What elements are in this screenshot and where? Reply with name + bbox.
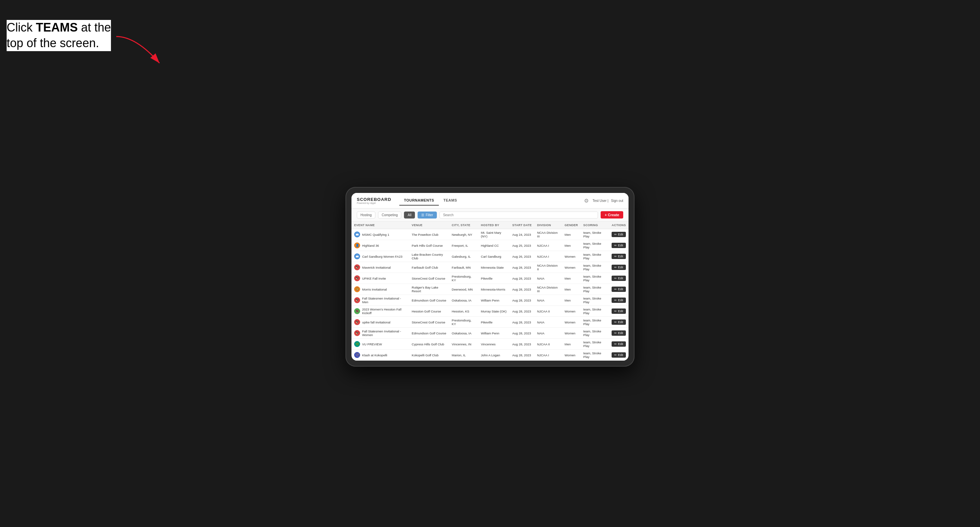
pencil-icon-3: ✏ bbox=[614, 266, 617, 269]
cell-city-state-11: Marion, IL bbox=[449, 350, 478, 360]
cell-actions-6: ✏ Edit bbox=[609, 295, 628, 306]
cell-actions-8: ✏ Edit bbox=[609, 317, 628, 328]
edit-button-1[interactable]: ✏ Edit bbox=[612, 243, 626, 248]
cell-start-date-9: Aug 28, 2023 bbox=[510, 328, 535, 339]
cell-venue-6: Edmundson Golf Course bbox=[409, 295, 449, 306]
filter-label: Filter bbox=[426, 213, 433, 217]
table-row: 🦅 Fall Statesmen Invitational - Men Edmu… bbox=[352, 295, 628, 306]
cell-venue-7: Hesston Golf Course bbox=[409, 306, 449, 317]
cell-division-1: NJCAA I bbox=[535, 240, 562, 251]
cell-gender-9: Women bbox=[562, 328, 581, 339]
cell-event-name-3: 🦅 Maverick Invitational bbox=[352, 262, 409, 273]
cell-event-name-1: 👤 Highland 36 bbox=[352, 240, 409, 251]
team-icon-4: 🦅 bbox=[354, 275, 360, 281]
cell-city-state-0: Newburgh, NY bbox=[449, 229, 478, 240]
all-button[interactable]: All bbox=[404, 211, 415, 219]
cell-scoring-2: team, Stroke Play bbox=[581, 251, 609, 262]
nav-tabs: TOURNAMENTS TEAMS bbox=[399, 195, 584, 206]
table-row: 🦅 upike fall invitational StoneCrest Gol… bbox=[352, 317, 628, 328]
pencil-icon-0: ✏ bbox=[614, 233, 617, 236]
cell-start-date-0: Aug 24, 2023 bbox=[510, 229, 535, 240]
edit-button-11[interactable]: ✏ Edit bbox=[612, 352, 626, 358]
pencil-icon-11: ✏ bbox=[614, 353, 617, 357]
cell-gender-0: Men bbox=[562, 229, 581, 240]
cell-venue-5: Ruttger's Bay Lake Resort bbox=[409, 284, 449, 295]
cell-scoring-7: team, Stroke Play bbox=[581, 306, 609, 317]
edit-button-2[interactable]: ✏ Edit bbox=[612, 254, 626, 259]
cell-gender-1: Men bbox=[562, 240, 581, 251]
team-icon-2: 🏔 bbox=[354, 253, 360, 259]
cell-city-state-8: Prestonsburg, KY bbox=[449, 317, 478, 328]
edit-button-7[interactable]: ✏ Edit bbox=[612, 308, 626, 314]
table-row: 🏔 MSMC Qualifying 1 The Powelton Club Ne… bbox=[352, 229, 628, 240]
cell-event-name-8: 🦅 upike fall invitational bbox=[352, 317, 409, 328]
hosting-button[interactable]: Hosting bbox=[357, 211, 375, 219]
col-scoring: SCORING bbox=[581, 222, 609, 229]
instruction-text: Click TEAMS at thetop of the screen. bbox=[6, 20, 111, 51]
col-hosted-by: HOSTED BY bbox=[478, 222, 510, 229]
cell-scoring-9: team, Stroke Play bbox=[581, 328, 609, 339]
tab-teams[interactable]: TEAMS bbox=[439, 195, 462, 206]
toolbar: Hosting Competing All ☰ Filter + Create bbox=[352, 208, 628, 222]
pencil-icon-2: ✏ bbox=[614, 255, 617, 258]
cell-hosted-by-9: William Penn bbox=[478, 328, 510, 339]
app-header: SCOREBOARD Powered by clippit TOURNAMENT… bbox=[352, 193, 628, 208]
edit-button-6[interactable]: ✏ Edit bbox=[612, 298, 626, 303]
cell-event-name-7: 🦬 2023 Women's Hesston Fall Kickoff bbox=[352, 306, 409, 317]
cell-city-state-5: Deerwood, MN bbox=[449, 284, 478, 295]
edit-button-0[interactable]: ✏ Edit bbox=[612, 232, 626, 237]
filter-button[interactable]: ☰ Filter bbox=[418, 211, 436, 219]
cell-division-8: NAIA bbox=[535, 317, 562, 328]
create-button[interactable]: + Create bbox=[601, 211, 623, 219]
col-start-date: START DATE bbox=[510, 222, 535, 229]
table-row: 🌿 VU PREVIEW Cypress Hills Golf Club Vin… bbox=[352, 339, 628, 350]
cell-actions-0: ✏ Edit bbox=[609, 229, 628, 240]
cell-gender-6: Men bbox=[562, 295, 581, 306]
cell-city-state-3: Faribault, MN bbox=[449, 262, 478, 273]
pencil-icon-6: ✏ bbox=[614, 298, 617, 302]
team-icon-10: 🌿 bbox=[354, 341, 360, 347]
search-input[interactable] bbox=[439, 211, 598, 219]
cell-city-state-2: Galesburg, IL bbox=[449, 251, 478, 262]
cell-start-date-8: Aug 28, 2023 bbox=[510, 317, 535, 328]
cell-gender-3: Women bbox=[562, 262, 581, 273]
cell-venue-10: Cypress Hills Golf Club bbox=[409, 339, 449, 350]
cell-venue-9: Edmundson Golf Course bbox=[409, 328, 449, 339]
cell-event-name-9: 🦅 Fall Statesmen Invitational - Women bbox=[352, 328, 409, 339]
team-icon-6: 🦅 bbox=[354, 297, 360, 303]
edit-button-3[interactable]: ✏ Edit bbox=[612, 265, 626, 270]
cell-actions-3: ✏ Edit bbox=[609, 262, 628, 273]
edit-button-5[interactable]: ✏ Edit bbox=[612, 287, 626, 292]
header-right: ⚙ Test User | Sign out bbox=[584, 198, 623, 203]
pencil-icon-9: ✏ bbox=[614, 332, 617, 335]
cell-start-date-6: Aug 28, 2023 bbox=[510, 295, 535, 306]
cell-division-11: NJCAA I bbox=[535, 350, 562, 360]
edit-button-9[interactable]: ✏ Edit bbox=[612, 330, 626, 336]
cell-gender-10: Men bbox=[562, 339, 581, 350]
edit-button-8[interactable]: ✏ Edit bbox=[612, 319, 626, 325]
cell-gender-8: Women bbox=[562, 317, 581, 328]
team-icon-3: 🦅 bbox=[354, 264, 360, 270]
cell-venue-0: The Powelton Club bbox=[409, 229, 449, 240]
logo-sub: Powered by clippit bbox=[357, 202, 391, 204]
cell-event-name-5: 🦁 Morris Invitational bbox=[352, 284, 409, 295]
tab-tournaments[interactable]: TOURNAMENTS bbox=[399, 195, 439, 206]
cell-event-name-6: 🦅 Fall Statesmen Invitational - Men bbox=[352, 295, 409, 306]
cell-hosted-by-0: Mt. Saint Mary (NY) bbox=[478, 229, 510, 240]
cell-hosted-by-11: John A Logan bbox=[478, 350, 510, 360]
sign-out-link[interactable]: Sign out bbox=[611, 199, 623, 203]
team-icon-0: 🏔 bbox=[354, 232, 360, 237]
cell-scoring-6: team, Stroke Play bbox=[581, 295, 609, 306]
cell-event-name-2: 🏔 Carl Sandburg Women FA23 bbox=[352, 251, 409, 262]
cell-start-date-4: Aug 28, 2023 bbox=[510, 273, 535, 284]
edit-button-4[interactable]: ✏ Edit bbox=[612, 276, 626, 281]
logo-area: SCOREBOARD Powered by clippit bbox=[357, 197, 391, 204]
edit-button-10[interactable]: ✏ Edit bbox=[612, 341, 626, 347]
cell-division-10: NJCAA II bbox=[535, 339, 562, 350]
settings-icon[interactable]: ⚙ bbox=[584, 198, 590, 203]
cell-gender-7: Women bbox=[562, 306, 581, 317]
team-icon-9: 🦅 bbox=[354, 330, 360, 336]
competing-button[interactable]: Competing bbox=[378, 211, 401, 219]
cell-actions-10: ✏ Edit bbox=[609, 339, 628, 350]
cell-scoring-4: team, Stroke Play bbox=[581, 273, 609, 284]
